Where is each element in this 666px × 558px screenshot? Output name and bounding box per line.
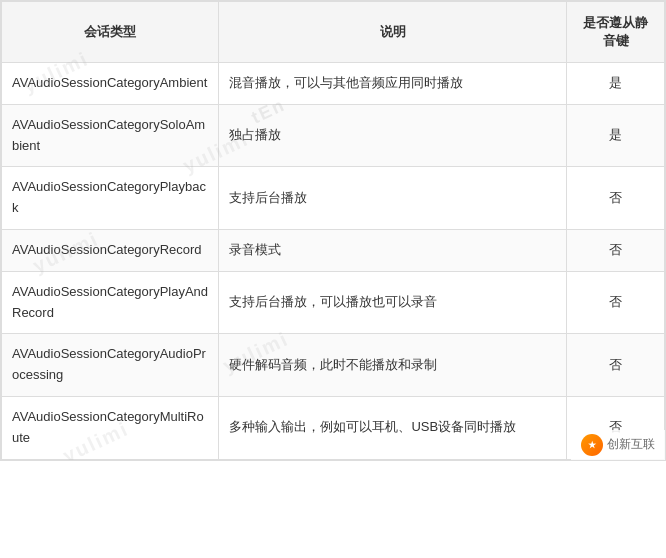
cell-mute-0: 是 [567, 63, 665, 105]
cell-description-2: 支持后台播放 [219, 167, 567, 230]
logo-star: ★ [588, 440, 596, 450]
cell-category-5: AVAudioSessionCategoryAudioProcessing [2, 334, 219, 397]
category-table: 会话类型 说明 是否遵从静音键 AVAudioSessionCategoryAm… [1, 1, 665, 460]
branding-bar: ★ 创新互联 [571, 430, 665, 460]
cell-description-3: 录音模式 [219, 229, 567, 271]
table-row: AVAudioSessionCategoryAmbient混音播放，可以与其他音… [2, 63, 665, 105]
table-row: AVAudioSessionCategorySoloAmbient独占播放是 [2, 104, 665, 167]
cell-mute-3: 否 [567, 229, 665, 271]
cell-description-0: 混音播放，可以与其他音频应用同时播放 [219, 63, 567, 105]
cell-description-5: 硬件解码音频，此时不能播放和录制 [219, 334, 567, 397]
brand-name: 创新互联 [607, 436, 655, 453]
table-row: AVAudioSessionCategoryMultiRoute多种输入输出，例… [2, 396, 665, 459]
cell-category-4: AVAudioSessionCategoryPlayAndRecord [2, 271, 219, 334]
cell-category-1: AVAudioSessionCategorySoloAmbient [2, 104, 219, 167]
cell-mute-5: 否 [567, 334, 665, 397]
table-row: AVAudioSessionCategoryRecord录音模式否 [2, 229, 665, 271]
cell-mute-1: 是 [567, 104, 665, 167]
cell-category-3: AVAudioSessionCategoryRecord [2, 229, 219, 271]
cell-mute-4: 否 [567, 271, 665, 334]
logo-icon: ★ [581, 434, 603, 456]
header-category: 会话类型 [2, 2, 219, 63]
table-row: AVAudioSessionCategoryAudioProcessing硬件解… [2, 334, 665, 397]
header-mute: 是否遵从静音键 [567, 2, 665, 63]
cell-category-0: AVAudioSessionCategoryAmbient [2, 63, 219, 105]
cell-description-1: 独占播放 [219, 104, 567, 167]
table-header-row: 会话类型 说明 是否遵从静音键 [2, 2, 665, 63]
header-description: 说明 [219, 2, 567, 63]
table-row: AVAudioSessionCategoryPlayback支持后台播放否 [2, 167, 665, 230]
cell-category-2: AVAudioSessionCategoryPlayback [2, 167, 219, 230]
cell-description-6: 多种输入输出，例如可以耳机、USB设备同时播放 [219, 396, 567, 459]
cell-category-6: AVAudioSessionCategoryMultiRoute [2, 396, 219, 459]
table-row: AVAudioSessionCategoryPlayAndRecord支持后台播… [2, 271, 665, 334]
main-table-container: 会话类型 说明 是否遵从静音键 AVAudioSessionCategoryAm… [0, 0, 666, 461]
cell-description-4: 支持后台播放，可以播放也可以录音 [219, 271, 567, 334]
cell-mute-2: 否 [567, 167, 665, 230]
